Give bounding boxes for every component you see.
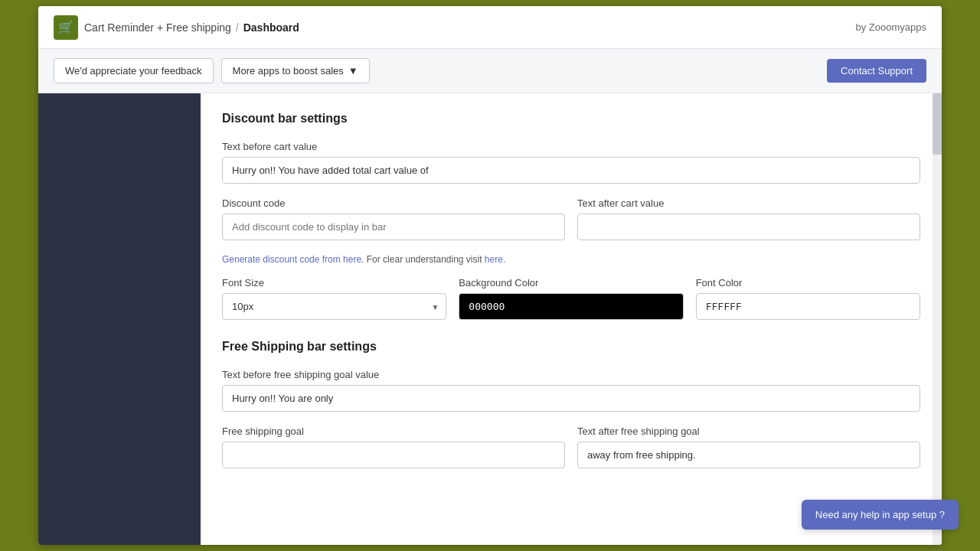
toolbar-left: We'd appreciate your feedback More apps … [54,58,370,83]
link-row: Generate discount code from here. For cl… [222,254,920,265]
breadcrumb-current: Dashboard [243,21,299,34]
text-before-cart-input[interactable] [222,157,920,184]
discount-code-group: Discount code [222,197,565,240]
font-size-label: Font Size [222,277,446,289]
text-before-shipping-group: Text before free shipping goal value [222,369,920,412]
bg-color-group: Background Color [459,277,683,320]
sidebar [38,93,201,545]
feedback-button[interactable]: We'd appreciate your feedback [54,58,214,83]
font-size-select-wrapper: 10px 12px 14px 16px 18px ▼ [222,293,446,320]
bg-color-label: Background Color [459,277,683,289]
font-color-input[interactable] [696,293,920,320]
dropdown-arrow-icon: ▼ [348,65,358,77]
text-after-cart-group: Text after cart value [577,197,920,240]
free-shipping-goal-label: Free shipping goal [222,425,565,437]
more-apps-label: More apps to boost sales [233,65,344,77]
text-before-cart-label: Text before cart value [222,141,920,152]
contact-support-button[interactable]: Contact Support [827,59,926,83]
breadcrumb-app: Cart Reminder + Free shipping [84,21,231,34]
font-size-select[interactable]: 10px 12px 14px 16px 18px [222,293,446,320]
discount-code-label: Discount code [222,197,565,209]
header-left: 🛒 Cart Reminder + Free shipping / Dashbo… [54,15,299,40]
app-icon: 🛒 [54,15,78,40]
text-before-cart-group: Text before cart value [222,141,920,184]
font-color-label: Font Color [696,277,920,289]
scrollbar-thumb[interactable] [933,93,942,155]
text-after-cart-label: Text after cart value [577,197,920,209]
link-text: For clear understanding visit [367,254,485,265]
font-size-group: Font Size 10px 12px 14px 16px 18px ▼ [222,277,446,320]
text-before-shipping-label: Text before free shipping goal value [222,369,920,380]
text-before-shipping-input[interactable] [222,385,920,412]
free-shipping-goal-input[interactable] [222,442,565,468]
style-row: Font Size 10px 12px 14px 16px 18px ▼ [222,277,920,334]
font-color-group: Font Color [696,277,920,320]
toolbar: We'd appreciate your feedback More apps … [38,49,942,93]
scrollbar-track[interactable] [933,93,942,545]
text-after-shipping-label: Text after free shipping goal [577,425,920,437]
discount-code-input[interactable] [222,214,565,240]
by-label: by Zooomyapps [856,21,927,33]
free-shipping-goal-group: Free shipping goal [222,425,565,468]
content-inner: Discount bar settings Text before cart v… [201,93,942,500]
discount-bar-section-title: Discount bar settings [222,112,920,126]
breadcrumb-separator: / [236,21,239,34]
cart-icon: 🛒 [58,20,74,34]
header: 🛒 Cart Reminder + Free shipping / Dashbo… [38,6,942,49]
here-link[interactable]: here. [485,254,505,265]
text-after-cart-input[interactable] [577,214,920,240]
shipping-goal-row: Free shipping goal Text after free shipp… [222,425,920,482]
generate-link[interactable]: Generate discount code from here. [222,254,364,265]
main-layout: Discount bar settings Text before cart v… [38,93,942,545]
bg-color-input[interactable] [459,293,683,320]
free-shipping-section-title: Free Shipping bar settings [222,340,920,354]
app-container: 🛒 Cart Reminder + Free shipping / Dashbo… [38,6,942,545]
more-apps-button[interactable]: More apps to boost sales ▼ [221,58,370,83]
text-after-shipping-input[interactable] [577,442,920,468]
help-button[interactable]: Need any help in app setup ? [802,500,959,530]
discount-row: Discount code Text after cart value [222,197,920,254]
content-area: Discount bar settings Text before cart v… [201,93,942,545]
text-after-shipping-group: Text after free shipping goal [577,425,920,468]
breadcrumb: Cart Reminder + Free shipping / Dashboar… [84,21,299,34]
